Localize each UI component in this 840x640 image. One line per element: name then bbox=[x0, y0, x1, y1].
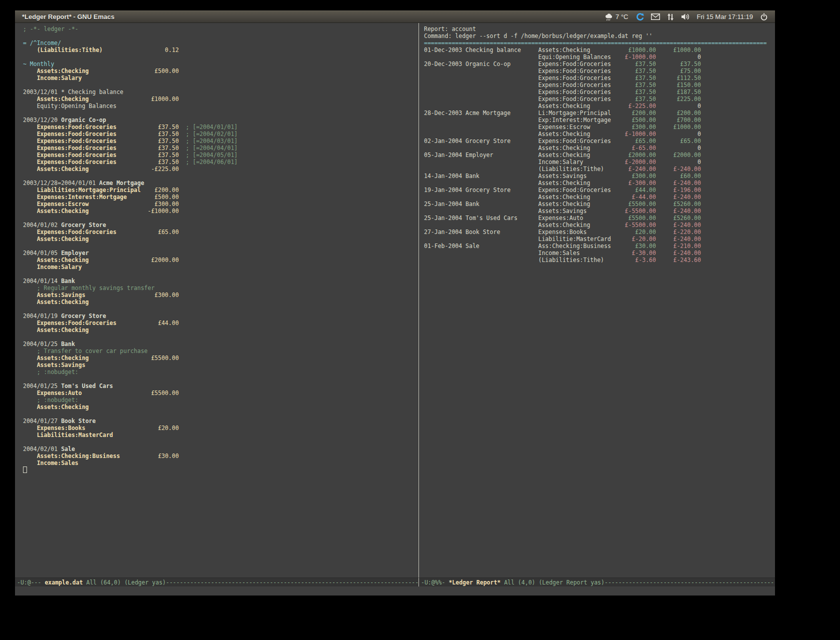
text-cursor bbox=[23, 466, 27, 473]
temperature-label: 7 °C bbox=[616, 13, 628, 20]
power-icon[interactable] bbox=[760, 13, 768, 21]
minibuffer[interactable] bbox=[15, 586, 775, 596]
clock[interactable]: Fri 15 Mar 17:11:19 bbox=[697, 13, 753, 20]
title-bar[interactable]: *Ledger Report* - GNU Emacs 7 °C bbox=[15, 10, 775, 23]
ledger-report-window[interactable]: Report: account Command: ledger --sort d… bbox=[419, 23, 775, 578]
transfer-icon[interactable] bbox=[667, 13, 674, 21]
weather-indicator[interactable]: 7 °C bbox=[604, 13, 628, 21]
editor-area: ; -*- ledger -*- = /^Income/ (Liabilitie… bbox=[15, 23, 775, 578]
ledger-source-window[interactable]: ; -*- ledger -*- = /^Income/ (Liabilitie… bbox=[15, 23, 419, 578]
emacs-frame: *Ledger Report* - GNU Emacs 7 °C bbox=[15, 10, 775, 596]
refresh-icon[interactable] bbox=[636, 12, 644, 21]
window-title: *Ledger Report* - GNU Emacs bbox=[22, 13, 114, 20]
modeline-source[interactable]: -U:@--- example.dat All (64,0) (Ledger y… bbox=[15, 578, 419, 586]
mail-icon[interactable] bbox=[651, 14, 660, 20]
ledger-source-text[interactable]: ; -*- ledger -*- = /^Income/ (Liabilitie… bbox=[23, 26, 418, 474]
system-tray: 7 °C Fri 15 Mar 17:11:19 bbox=[604, 12, 768, 21]
mode-lines: -U:@--- example.dat All (64,0) (Ledger y… bbox=[15, 578, 775, 586]
ledger-report-text[interactable]: Report: account Command: ledger --sort d… bbox=[424, 26, 775, 264]
volume-icon[interactable] bbox=[681, 13, 690, 20]
modeline-report[interactable]: -U:@%%- *Ledger Report* All (4,0) (Ledge… bbox=[419, 578, 775, 586]
weather-icon bbox=[604, 13, 614, 21]
